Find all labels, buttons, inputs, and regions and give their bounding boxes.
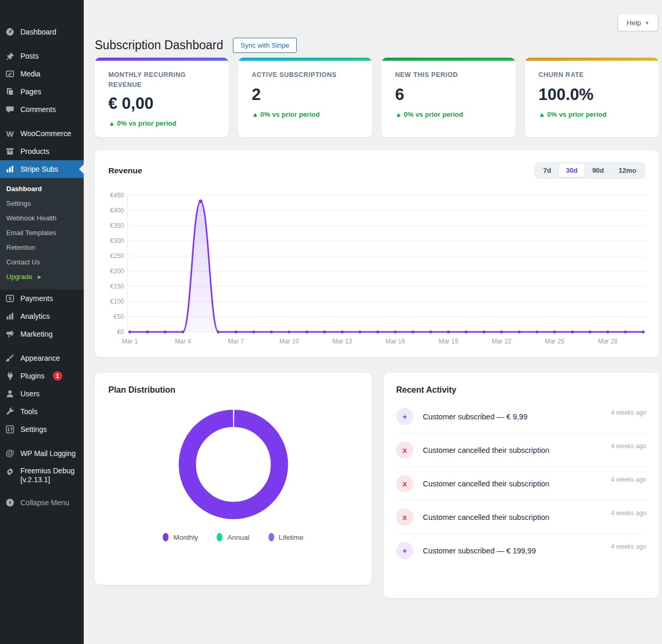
svg-text:Mar 7: Mar 7 xyxy=(228,338,244,345)
gauge-icon xyxy=(5,27,15,37)
legend-item-annual: Annual xyxy=(217,533,249,541)
sidebar-item-label: Plugins xyxy=(20,372,44,380)
plan-donut-chart xyxy=(173,404,294,525)
svg-text:Mar 28: Mar 28 xyxy=(598,338,618,345)
activity-timestamp: 4 weeks ago xyxy=(611,543,646,550)
recent-activity-panel: Recent Activity + Customer subscribed — … xyxy=(384,373,659,598)
submenu-item-settings[interactable]: Settings xyxy=(0,196,84,211)
svg-text:€450: €450 xyxy=(110,192,124,199)
activity-text: Customer subscribed — € 9,99 xyxy=(423,413,602,421)
sidebar-item-dashboard[interactable]: Dashboard xyxy=(0,23,84,41)
submenu-item-retention[interactable]: Retention xyxy=(0,240,84,255)
sidebar-item-products[interactable]: Products xyxy=(0,142,84,160)
stat-card-mrr: MONTHLY RECURRING REVENUE € 0,00 ▲ 0% vs… xyxy=(95,58,229,137)
submenu-item-dashboard[interactable]: Dashboard xyxy=(0,182,84,196)
sidebar-item-label: Freemius Debug [v.2.13.1] xyxy=(20,467,78,484)
revenue-line-chart: €0€50€100€150€200€250€300€350€400€450Mar… xyxy=(104,185,650,348)
stat-card-active-subscriptions: ACTIVE SUBSCRIPTIONS 2 ▲ 0% vs prior per… xyxy=(238,58,372,137)
svg-text:€150: €150 xyxy=(110,283,124,290)
range-7d-button[interactable]: 7d xyxy=(536,164,558,177)
plan-distribution-panel: Plan Distribution Monthly Annual xyxy=(95,373,372,585)
legend-label: Annual xyxy=(227,534,249,541)
upgrade-label: Upgrade xyxy=(6,272,32,282)
stat-delta: ▲ 0% vs prior period xyxy=(108,119,216,127)
range-30d-button[interactable]: 30d xyxy=(559,164,584,177)
sidebar-item-marketing[interactable]: Marketing xyxy=(0,325,84,343)
activity-item: + Customer subscribed — € 199,99 4 weeks… xyxy=(396,534,646,567)
sidebar-item-label: Settings xyxy=(20,425,47,434)
page-title: Subscription Dashboard xyxy=(95,38,223,52)
activity-text: Customer cancelled their subscription xyxy=(423,446,602,454)
card-accent-bar xyxy=(382,58,515,61)
stat-value: 6 xyxy=(395,85,503,104)
stat-value: 2 xyxy=(252,85,360,104)
sidebar-item-pages[interactable]: Pages xyxy=(0,83,84,101)
submenu-item-contact-us[interactable]: Contact Us xyxy=(0,255,84,270)
megaphone-icon xyxy=(5,329,15,339)
legend-marker-annual xyxy=(217,533,222,541)
sidebar-item-appearance[interactable]: Appearance xyxy=(0,349,84,367)
chevron-down-icon: ▼ xyxy=(645,20,649,26)
sidebar-item-comments[interactable]: Comments xyxy=(0,101,84,118)
x-icon: x xyxy=(396,475,413,492)
admin-sidebar: Dashboard Posts Media Pages Comments W W… xyxy=(0,0,84,644)
sync-with-stripe-button[interactable]: Sync with Stripe xyxy=(233,38,296,53)
activity-item: x Customer cancelled their subscription … xyxy=(396,434,646,467)
sidebar-item-tools[interactable]: Tools xyxy=(0,403,84,420)
svg-text:€250: €250 xyxy=(110,252,124,260)
donut-chart xyxy=(108,404,358,525)
activity-item: + Customer subscribed — € 9,99 4 weeks a… xyxy=(396,400,646,434)
legend-label: Monthly xyxy=(173,534,198,541)
stat-label: MONTHLY RECURRING REVENUE xyxy=(108,70,203,90)
revenue-chart: €0€50€100€150€200€250€300€350€400€450Mar… xyxy=(104,185,650,350)
sidebar-item-settings[interactable]: Settings xyxy=(0,420,84,438)
svg-text:€50: €50 xyxy=(114,313,124,320)
sidebar-item-label: WP Mail Logging xyxy=(20,449,76,458)
x-icon: x xyxy=(396,508,413,526)
card-accent-bar xyxy=(525,58,659,61)
brush-icon xyxy=(5,353,15,363)
collapse-menu-button[interactable]: Collapse Menu xyxy=(0,494,84,512)
sidebar-item-label: Marketing xyxy=(20,330,52,338)
help-button[interactable]: Help ▼ xyxy=(618,15,658,31)
bar-chart-icon xyxy=(5,164,15,174)
activity-text: Customer cancelled their subscription xyxy=(423,480,602,488)
sidebar-item-analytics[interactable]: Analytics xyxy=(0,307,84,325)
stat-delta: ▲ 0% vs prior period xyxy=(538,110,646,118)
sidebar-item-users[interactable]: Users xyxy=(0,385,84,403)
stat-delta: ▲ 0% vs prior period xyxy=(395,110,503,118)
title-row: Subscription Dashboard Sync with Stripe xyxy=(95,0,659,53)
sidebar-item-posts[interactable]: Posts xyxy=(0,47,84,65)
activity-timestamp: 4 weeks ago xyxy=(611,409,646,416)
sidebar-item-plugins[interactable]: Plugins 1 xyxy=(0,367,84,385)
submenu-item-upgrade[interactable]: Upgrade ➤ xyxy=(0,270,84,284)
sidebar-item-label: Dashboard xyxy=(20,28,57,36)
dollar-icon: $ xyxy=(5,293,15,304)
svg-text:Mar 16: Mar 16 xyxy=(386,338,406,345)
plan-distribution-title: Plan Distribution xyxy=(108,385,358,395)
activity-list: + Customer subscribed — € 9,99 4 weeks a… xyxy=(396,400,646,567)
submenu-item-webhook-health[interactable]: Webhook Health xyxy=(0,211,84,226)
plus-icon: + xyxy=(396,408,413,425)
submenu-item-email-templates[interactable]: Email Templates xyxy=(0,226,84,240)
main-content: Help ▼ Subscription Dashboard Sync with … xyxy=(84,0,662,644)
card-accent-bar xyxy=(238,58,372,61)
sidebar-item-wp-mail-logging[interactable]: @ WP Mail Logging xyxy=(0,445,84,462)
stat-label: CHURN RATE xyxy=(538,70,633,80)
range-12mo-button[interactable]: 12mo xyxy=(612,164,643,177)
recent-activity-title: Recent Activity xyxy=(396,385,646,395)
media-icon xyxy=(5,69,15,79)
sidebar-item-payments[interactable]: $ Payments xyxy=(0,290,84,307)
analytics-bars-icon xyxy=(5,311,15,321)
sidebar-item-stripe-subs[interactable]: Stripe Subs xyxy=(0,160,84,178)
sidebar-item-woocommerce[interactable]: W WooCommerce xyxy=(0,125,84,142)
range-90d-button[interactable]: 90d xyxy=(586,164,611,177)
stats-row: MONTHLY RECURRING REVENUE € 0,00 ▲ 0% vs… xyxy=(95,58,659,137)
sidebar-item-freemius-debug[interactable]: Freemius Debug [v.2.13.1] xyxy=(0,462,84,488)
sidebar-separator xyxy=(0,438,84,445)
stat-delta: ▲ 0% vs prior period xyxy=(252,110,360,118)
sidebar-item-media[interactable]: Media xyxy=(0,65,84,83)
activity-item: x Customer cancelled their subscription … xyxy=(396,467,646,501)
activity-text: Customer cancelled their subscription xyxy=(423,513,602,521)
svg-text:Mar 10: Mar 10 xyxy=(279,338,299,345)
